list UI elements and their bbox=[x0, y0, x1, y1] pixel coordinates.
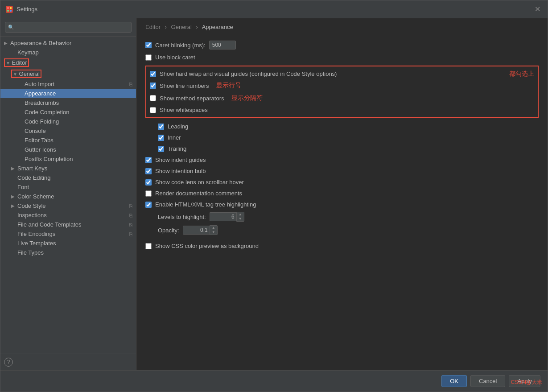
sidebar-item-code-folding[interactable]: Code Folding bbox=[0, 117, 136, 126]
sidebar-item-label: Code Style bbox=[17, 202, 129, 209]
sidebar-item-color-scheme[interactable]: ▶ Color Scheme bbox=[0, 192, 136, 201]
block-caret-label[interactable]: Use block caret bbox=[155, 54, 195, 61]
show-method-sep-annotation: 显示分隔符 bbox=[231, 94, 263, 102]
levels-decrement-button[interactable]: ▼ bbox=[237, 217, 244, 221]
show-hard-wrap-row: Show hard wrap and visual guides (config… bbox=[150, 68, 534, 79]
leading-row: Leading bbox=[145, 121, 539, 132]
sidebar-item-appearance[interactable]: Appearance bbox=[0, 89, 136, 98]
apply-button[interactable]: Apply bbox=[509, 375, 540, 387]
sidebar-item-font[interactable]: Font bbox=[0, 182, 136, 192]
sidebar-item-live-templates[interactable]: Live Templates bbox=[0, 239, 136, 248]
whitespaces-checkbox[interactable] bbox=[150, 107, 156, 113]
render-docs-label[interactable]: Render documentation comments bbox=[155, 190, 242, 197]
indent-guides-row: Show indent guides bbox=[145, 154, 539, 165]
caret-blinking-label[interactable]: Caret blinking (ms): bbox=[155, 42, 206, 49]
html-xml-checkbox[interactable] bbox=[145, 202, 152, 208]
sidebar-item-file-code-templates[interactable]: File and Code Templates ⎘ bbox=[0, 220, 136, 229]
sidebar-item-gutter-icons[interactable]: Gutter Icons bbox=[0, 145, 136, 154]
line-numbers-label[interactable]: Show line numbers bbox=[160, 83, 209, 89]
levels-to-highlight-label: Levels to highlight: bbox=[158, 214, 206, 220]
sidebar-item-label: Code Editing bbox=[17, 174, 132, 181]
trailing-label[interactable]: Trailing bbox=[168, 145, 186, 152]
expand-arrow bbox=[18, 82, 25, 87]
sidebar-item-appearance-behavior[interactable]: ▶ Appearance & Behavior bbox=[0, 38, 136, 48]
sidebar-item-editor-tabs[interactable]: Editor Tabs bbox=[0, 136, 136, 145]
expand-arrow bbox=[18, 110, 25, 115]
sidebar-item-label: Editor Tabs bbox=[25, 137, 132, 144]
html-xml-label[interactable]: Enable HTML/XML tag tree highlighting bbox=[155, 201, 256, 208]
hard-wrap-label[interactable]: Show hard wrap and visual guides (config… bbox=[160, 70, 337, 77]
expand-arrow: ▶ bbox=[4, 41, 10, 45]
svg-rect-2 bbox=[7, 10, 9, 12]
render-docs-checkbox[interactable] bbox=[145, 190, 152, 197]
block-caret-checkbox[interactable] bbox=[145, 54, 152, 61]
sidebar-item-label: Font bbox=[17, 184, 132, 190]
css-color-label[interactable]: Show CSS color preview as background bbox=[155, 243, 259, 249]
sidebar-item-code-style[interactable]: ▶ Code Style ⎘ bbox=[0, 201, 136, 210]
sidebar-item-console[interactable]: Console bbox=[0, 126, 136, 136]
sidebar-item-breadcrumbs[interactable]: Breadcrumbs bbox=[0, 98, 136, 107]
opacity-decrement-button[interactable]: ▼ bbox=[210, 230, 217, 235]
block-caret-row: Use block caret bbox=[145, 52, 539, 63]
sidebar-item-label: File and Code Templates bbox=[17, 221, 129, 228]
sidebar-item-general[interactable]: ▼ General bbox=[0, 68, 136, 79]
expand-arrow bbox=[18, 138, 25, 143]
levels-input[interactable] bbox=[210, 212, 236, 221]
sidebar-item-editor[interactable]: ▼ Editor bbox=[0, 57, 136, 68]
sidebar-item-smart-keys[interactable]: ▶ Smart Keys bbox=[0, 164, 136, 173]
opacity-input[interactable] bbox=[183, 226, 210, 235]
copy-icon: ⎘ bbox=[129, 213, 132, 218]
expand-arrow: ▼ bbox=[13, 72, 17, 77]
trailing-checkbox[interactable] bbox=[158, 146, 164, 152]
svg-rect-0 bbox=[7, 7, 9, 9]
intention-bulb-label[interactable]: Show intention bulb bbox=[155, 168, 206, 174]
copy-icon: ⎘ bbox=[129, 203, 132, 209]
sidebar-item-label: Console bbox=[25, 128, 132, 134]
opacity-increment-button[interactable]: ▲ bbox=[210, 226, 217, 230]
method-sep-checkbox[interactable] bbox=[150, 95, 156, 101]
close-button[interactable]: ✕ bbox=[533, 4, 542, 14]
footer: OK Cancel Apply bbox=[0, 370, 548, 392]
inner-checkbox[interactable] bbox=[158, 135, 164, 141]
indent-guides-label[interactable]: Show indent guides bbox=[155, 157, 206, 163]
opacity-spinner-buttons: ▲ ▼ bbox=[210, 225, 218, 235]
sidebar-item-file-encodings[interactable]: File Encodings ⎘ bbox=[0, 229, 136, 239]
leading-checkbox[interactable] bbox=[158, 124, 164, 130]
sidebar: 🔍 ▶ Appearance & Behavior Keymap bbox=[0, 18, 136, 370]
sidebar-item-label: Color Scheme bbox=[17, 193, 132, 200]
leading-label[interactable]: Leading bbox=[168, 123, 188, 130]
sidebar-item-code-completion[interactable]: Code Completion bbox=[0, 107, 136, 117]
line-numbers-checkbox[interactable] bbox=[150, 83, 156, 89]
app-icon bbox=[6, 6, 13, 13]
code-lens-checkbox[interactable] bbox=[145, 179, 152, 186]
help-button[interactable]: ? bbox=[4, 358, 13, 367]
indent-guides-checkbox[interactable] bbox=[145, 157, 152, 163]
sidebar-item-keymap[interactable]: Keymap bbox=[0, 48, 136, 57]
code-lens-label[interactable]: Show code lens on scrollbar hover bbox=[155, 179, 244, 186]
method-sep-label[interactable]: Show method separators bbox=[160, 95, 224, 102]
levels-to-highlight-row: Levels to highlight: ▲ ▼ bbox=[145, 210, 539, 223]
cancel-button[interactable]: Cancel bbox=[470, 375, 505, 387]
sidebar-item-auto-import[interactable]: Auto Import ⎘ bbox=[0, 79, 136, 89]
css-color-checkbox[interactable] bbox=[145, 243, 152, 249]
sidebar-item-postfix-completion[interactable]: Postfix Completion bbox=[0, 154, 136, 164]
caret-blinking-checkbox[interactable] bbox=[145, 42, 152, 48]
inner-label[interactable]: Inner bbox=[168, 134, 181, 141]
main-content: 🔍 ▶ Appearance & Behavior Keymap bbox=[0, 18, 548, 370]
sidebar-item-code-editing[interactable]: Code Editing bbox=[0, 173, 136, 182]
whitespaces-label[interactable]: Show whitespaces bbox=[160, 107, 208, 113]
caret-blinking-input[interactable] bbox=[209, 41, 236, 50]
sidebar-item-label: Live Templates bbox=[17, 240, 132, 247]
breadcrumb-part1: Editor bbox=[145, 24, 161, 30]
levels-increment-button[interactable]: ▲ bbox=[237, 212, 244, 217]
sidebar-item-file-types[interactable]: File Types bbox=[0, 248, 136, 257]
show-line-numbers-annotation: 显示行号 bbox=[216, 82, 241, 90]
search-input[interactable] bbox=[5, 22, 132, 33]
expand-arrow bbox=[11, 241, 17, 246]
sidebar-item-inspections[interactable]: Inspections ⎘ bbox=[0, 210, 136, 220]
copy-icon: ⎘ bbox=[129, 82, 132, 87]
hard-wrap-checkbox[interactable] bbox=[150, 71, 156, 77]
ok-button[interactable]: OK bbox=[441, 375, 467, 387]
expand-arrow bbox=[11, 250, 17, 255]
intention-bulb-checkbox[interactable] bbox=[145, 168, 152, 174]
